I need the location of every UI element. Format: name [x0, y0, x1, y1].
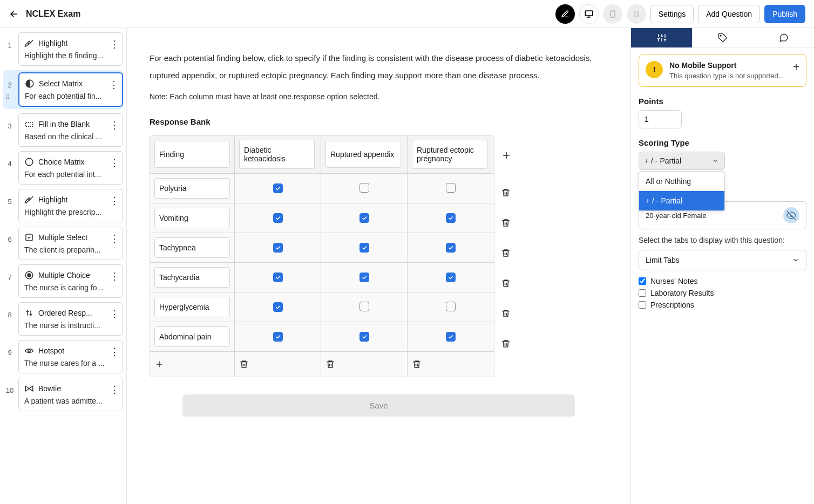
- expand-alert-icon[interactable]: +: [793, 61, 799, 73]
- matrix-checkbox[interactable]: [273, 273, 283, 282]
- kebab-menu-icon[interactable]: ⋮: [110, 346, 119, 358]
- kebab-menu-icon[interactable]: ⋮: [110, 195, 119, 207]
- delete-row-icon[interactable]: [501, 248, 512, 259]
- matrix-checkbox[interactable]: [359, 183, 369, 193]
- row-label-input[interactable]: Tachypnea: [154, 237, 230, 258]
- question-desc: For each potential int...: [24, 170, 117, 179]
- drag-handle-icon[interactable]: ⠿: [5, 94, 10, 101]
- tab-checkbox-row[interactable]: Prescriptions: [639, 301, 806, 309]
- question-card[interactable]: Bowtie A patient was admitte... ⋮: [18, 378, 123, 411]
- publish-button[interactable]: Publish: [764, 5, 805, 23]
- kebab-menu-icon[interactable]: ⋮: [110, 308, 119, 320]
- question-item[interactable]: 5 Highlight Highlight the prescrip... ⋮: [3, 189, 123, 222]
- kebab-menu-icon[interactable]: ⋮: [110, 38, 119, 50]
- tab-checkbox-row[interactable]: Nurses' Notes: [639, 277, 806, 285]
- question-item[interactable]: 4 Choice Matrix For each potential int..…: [3, 151, 123, 185]
- back-arrow-icon[interactable]: [9, 9, 19, 19]
- matrix-checkbox[interactable]: [359, 243, 369, 253]
- matrix-checkbox[interactable]: [359, 213, 369, 223]
- question-number: 9: [3, 340, 16, 373]
- kebab-menu-icon[interactable]: ⋮: [110, 270, 119, 282]
- question-card[interactable]: Multiple Select The client is preparin..…: [18, 227, 123, 260]
- question-card[interactable]: Multiple Choice The nurse is caring fo..…: [18, 264, 123, 298]
- row-label-input[interactable]: Polyuria: [154, 178, 230, 199]
- matrix-checkbox[interactable]: [273, 332, 283, 342]
- matrix-checkbox[interactable]: [446, 183, 456, 193]
- delete-column-icon[interactable]: [325, 359, 403, 369]
- column-header-input[interactable]: Ruptured appendix: [325, 141, 401, 168]
- delete-column-icon[interactable]: [239, 359, 316, 369]
- matrix-checkbox[interactable]: [359, 332, 369, 342]
- question-item[interactable]: 10 Bowtie A patient was admitte... ⋮: [3, 378, 123, 411]
- matrix-checkbox[interactable]: [273, 183, 283, 193]
- delete-row-icon[interactable]: [501, 339, 512, 350]
- matrix-checkbox[interactable]: [446, 213, 456, 223]
- question-sidebar: 1 Highlight Highlight the 6 finding... ⋮…: [0, 28, 127, 504]
- add-column-icon[interactable]: [501, 150, 512, 161]
- question-card[interactable]: Choice Matrix For each potential int... …: [18, 151, 123, 185]
- row-label-input[interactable]: Hyperglycemia: [154, 297, 230, 317]
- app-header: NCLEX Exam Settings Add Question Publish: [0, 0, 814, 28]
- matrix-checkbox[interactable]: [359, 273, 369, 282]
- question-card[interactable]: Hotspot The nurse cares for a ... ⋮: [18, 340, 123, 373]
- question-card[interactable]: Highlight Highlight the prescrip... ⋮: [18, 189, 123, 222]
- column-header-input[interactable]: Finding: [154, 141, 230, 168]
- svg-point-8: [28, 274, 31, 277]
- visibility-toggle-icon[interactable]: [783, 207, 799, 223]
- question-item[interactable]: 6 Multiple Select The client is preparin…: [3, 227, 123, 260]
- row-label-input[interactable]: Vomiting: [154, 208, 230, 228]
- kebab-menu-icon[interactable]: ⋮: [110, 157, 119, 169]
- limit-tabs-select[interactable]: Limit Tabs: [639, 250, 806, 270]
- save-button[interactable]: Save: [182, 394, 575, 417]
- add-row-icon[interactable]: [154, 359, 230, 369]
- matrix-checkbox[interactable]: [446, 302, 456, 311]
- tags-tab[interactable]: [692, 28, 753, 47]
- matrix-checkbox[interactable]: [359, 302, 369, 311]
- matrix-checkbox[interactable]: [273, 243, 283, 253]
- question-item[interactable]: 1 Highlight Highlight the 6 finding... ⋮: [3, 32, 123, 66]
- points-input[interactable]: [639, 110, 682, 128]
- matrix-checkbox[interactable]: [446, 273, 456, 282]
- tab-checkbox[interactable]: [639, 277, 646, 285]
- kebab-menu-icon[interactable]: ⋮: [110, 233, 119, 244]
- edit-mode-button[interactable]: [555, 4, 575, 24]
- question-card[interactable]: Ordered Resp... The nurse is instructi..…: [18, 302, 123, 336]
- add-question-button[interactable]: Add Question: [698, 5, 760, 23]
- question-item[interactable]: 3 Fill in the Blank Based on the clinica…: [3, 113, 123, 147]
- kebab-menu-icon[interactable]: ⋮: [109, 79, 119, 91]
- delete-row-icon[interactable]: [501, 278, 512, 289]
- kebab-menu-icon[interactable]: ⋮: [110, 384, 119, 396]
- delete-row-icon[interactable]: [501, 309, 512, 319]
- tab-checkbox-row[interactable]: Laboratory Results: [639, 289, 806, 297]
- question-item[interactable]: 9 Hotspot The nurse cares for a ... ⋮: [3, 340, 123, 373]
- comments-tab[interactable]: [753, 28, 814, 47]
- tab-checkbox[interactable]: [639, 301, 646, 309]
- delete-column-icon[interactable]: [412, 359, 490, 369]
- question-item[interactable]: 7 Multiple Choice The nurse is caring fo…: [3, 264, 123, 298]
- question-card[interactable]: Fill in the Blank Based on the clinical …: [18, 113, 123, 147]
- question-item[interactable]: 8 Ordered Resp... The nurse is instructi…: [3, 302, 123, 336]
- settings-tab[interactable]: [631, 28, 692, 47]
- matrix-checkbox[interactable]: [273, 213, 283, 223]
- mobile-preview-button[interactable]: [627, 4, 646, 24]
- question-item[interactable]: 2 ⠿ Select Matrix For each potential fin…: [3, 70, 123, 109]
- kebab-menu-icon[interactable]: ⋮: [110, 119, 119, 131]
- scoring-option[interactable]: All or Nothing: [639, 172, 724, 191]
- matrix-checkbox[interactable]: [446, 332, 456, 342]
- scoring-option[interactable]: + / - Partial: [639, 191, 724, 210]
- question-card[interactable]: ⠿ Select Matrix For each potential fin..…: [18, 72, 123, 107]
- question-card[interactable]: Highlight Highlight the 6 finding... ⋮: [18, 32, 123, 66]
- tablet-preview-button[interactable]: [603, 4, 622, 24]
- tab-checkbox[interactable]: [639, 289, 646, 297]
- delete-row-icon[interactable]: [501, 188, 512, 199]
- settings-button[interactable]: Settings: [650, 5, 694, 23]
- column-header-input[interactable]: Diabetic ketoacidosis: [239, 140, 315, 169]
- matrix-checkbox[interactable]: [446, 243, 456, 253]
- matrix-checkbox[interactable]: [273, 302, 283, 312]
- scoring-select[interactable]: + / - Partial: [639, 152, 725, 170]
- row-label-input[interactable]: Abdominal pain: [154, 326, 230, 347]
- row-label-input[interactable]: Tachycardia: [154, 267, 230, 288]
- delete-row-icon[interactable]: [501, 218, 512, 229]
- column-header-input[interactable]: Ruptured ectopic pregnancy: [412, 140, 487, 169]
- desktop-preview-button[interactable]: [579, 4, 599, 24]
